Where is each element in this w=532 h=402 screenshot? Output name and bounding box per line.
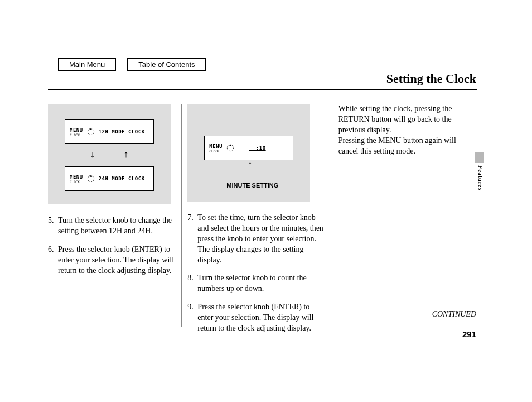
step-9: 9. Press the selector knob (ENTER) to en…	[187, 302, 326, 334]
knob-icon	[86, 127, 95, 136]
svg-marker-5	[229, 145, 232, 146]
column-divider	[327, 104, 327, 327]
svg-marker-1	[89, 128, 92, 130]
steps-col2: 7. To set the time, turn the selector kn…	[187, 213, 326, 334]
callout-label: MINUTE SETTING	[226, 182, 278, 189]
lcd-menu-label: MENU	[209, 143, 223, 149]
figure-1: MENU CLOCK 12H MODE CLOCK ↓ ↑ MENU CLOCK	[48, 104, 171, 204]
lcd-menu-label: MENU	[70, 127, 83, 133]
step-number: 8.	[187, 273, 197, 294]
lcd-menu-sublabel: CLOCK	[70, 133, 83, 137]
step-8: 8. Turn the selector knob to count the n…	[187, 273, 326, 294]
knob-icon	[86, 174, 95, 183]
step-text: Press the selector knob (ENTER) to enter…	[197, 302, 326, 334]
page-number: 291	[462, 329, 476, 339]
column-2: MENU CLOCK __:10 ↑ MINUTE SETTING 7. To …	[187, 104, 326, 342]
lcd-panel-minute: MENU CLOCK __:10	[204, 136, 293, 160]
step-5: 5. Turn the selector knob to change the …	[48, 216, 181, 237]
arrow-up-icon: ↑	[124, 149, 129, 165]
step-number: 5.	[48, 216, 58, 237]
top-nav: Main Menu Table of Contents	[58, 58, 206, 71]
content-columns: MENU CLOCK 12H MODE CLOCK ↓ ↑ MENU CLOCK	[48, 104, 477, 342]
column-1: MENU CLOCK 12H MODE CLOCK ↓ ↑ MENU CLOCK	[48, 104, 181, 342]
column-3: While setting the clock, pressing the RE…	[338, 104, 477, 342]
arrow-down-icon: ↓	[90, 149, 95, 165]
lcd-panel-12h: MENU CLOCK 12H MODE CLOCK	[65, 119, 154, 144]
lcd-menu-sublabel: CLOCK	[70, 180, 83, 184]
step-text: Press the selector knob (ENTER) to enter…	[58, 245, 181, 276]
steps-col1: 5. Turn the selector knob to change the …	[48, 216, 181, 276]
title-rule	[48, 89, 477, 90]
step-number: 6.	[48, 245, 58, 276]
svg-marker-3	[89, 175, 92, 177]
toc-button[interactable]: Table of Contents	[127, 58, 206, 71]
step-text: Turn the selector knob to count the numb…	[197, 273, 326, 294]
note-paragraph: While setting the clock, pressing the RE…	[338, 104, 477, 156]
column-divider	[181, 104, 182, 327]
lcd-12h-text: 12H MODE CLOCK	[99, 129, 145, 135]
step-text: Turn the selector knob to change the set…	[58, 216, 181, 237]
knob-icon	[226, 143, 235, 152]
step-number: 9.	[187, 302, 197, 334]
lcd-panel-24h: MENU CLOCK 24H MODE CLOCK	[65, 166, 154, 191]
lcd-menu-label: MENU	[70, 174, 83, 180]
page-title: Setting the Clock	[386, 71, 476, 86]
continued-label: CONTINUED	[432, 310, 476, 319]
step-number: 7.	[187, 213, 197, 265]
step-7: 7. To set the time, turn the selector kn…	[187, 213, 326, 265]
lcd-minute-text: __:10	[249, 145, 266, 151]
figure-2: MENU CLOCK __:10 ↑ MINUTE SETTING	[187, 104, 310, 202]
main-menu-button[interactable]: Main Menu	[58, 58, 116, 71]
lcd-menu-sublabel: CLOCK	[209, 149, 223, 153]
toggle-arrows: ↓ ↑	[76, 149, 143, 165]
callout-arrow-icon: ↑	[248, 160, 252, 170]
lcd-24h-text: 24H MODE CLOCK	[99, 176, 145, 181]
step-6: 6. Press the selector knob (ENTER) to en…	[48, 245, 181, 276]
step-text: To set the time, turn the selector knob …	[197, 213, 326, 265]
